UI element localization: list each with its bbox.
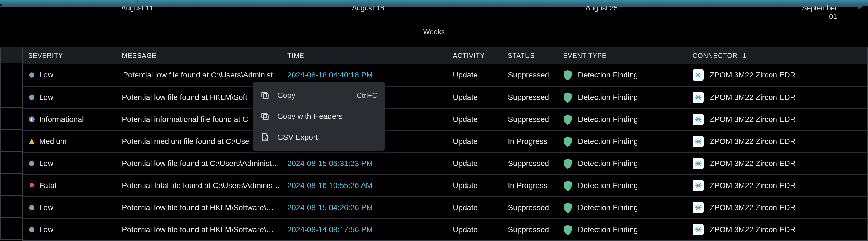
- cell-status[interactable]: In Progress: [508, 181, 563, 190]
- cell-severity[interactable]: iInformational: [23, 115, 122, 124]
- severity-fatal-icon: [28, 182, 35, 189]
- col-header-status[interactable]: Status: [508, 52, 563, 60]
- message-text: Potential low file found at HKLM\Softwar…: [122, 225, 274, 234]
- table-row[interactable]: LowPotential low file found at HKLM\Soft…: [23, 86, 867, 108]
- copy-icon: [260, 91, 270, 100]
- cell-message[interactable]: Potential low file found at HKLM\Softwar…: [122, 203, 287, 212]
- connector-icon: [693, 92, 704, 103]
- table-row[interactable]: LowPotential low file found at C:\Users\…: [23, 64, 867, 86]
- cell-severity[interactable]: Fatal: [23, 181, 122, 190]
- stub-cell[interactable]: [0, 152, 22, 174]
- cell-status[interactable]: Suppressed: [508, 203, 563, 212]
- col-header-severity[interactable]: Severity: [23, 52, 122, 60]
- cell-connector[interactable]: ZPOM 3M22 Zircon EDR: [693, 158, 867, 169]
- cell-activity[interactable]: Update: [453, 137, 508, 146]
- stub-cell[interactable]: [0, 218, 22, 240]
- cell-event-type[interactable]: Detection Finding: [563, 70, 693, 80]
- cell-activity[interactable]: Update: [453, 225, 508, 234]
- connector-icon: [693, 136, 704, 147]
- timeline-axis-label: Weeks: [423, 28, 445, 36]
- connector-label: ZPOM 3M22 Zircon EDR: [710, 225, 796, 234]
- cell-status[interactable]: Suppressed: [508, 115, 563, 124]
- context-menu-item-copy-headers[interactable]: Copy with Headers: [253, 106, 385, 127]
- stub-cell[interactable]: [0, 129, 22, 152]
- cell-message[interactable]: Potential fatal file found at C:\Users\A…: [122, 181, 287, 190]
- cell-event-type[interactable]: Detection Finding: [563, 224, 693, 235]
- cell-status[interactable]: Suppressed: [508, 159, 563, 168]
- svg-point-7: [29, 227, 34, 233]
- severity-label: Medium: [39, 137, 67, 146]
- cell-connector[interactable]: ZPOM 3M22 Zircon EDR: [693, 180, 867, 191]
- svg-marker-4: [29, 139, 35, 144]
- stub-cell[interactable]: [0, 86, 22, 108]
- stub-cell[interactable]: [0, 174, 22, 196]
- cell-event-type[interactable]: Detection Finding: [563, 180, 693, 191]
- cell-connector[interactable]: ZPOM 3M22 Zircon EDR: [693, 202, 867, 213]
- cell-severity[interactable]: Low: [23, 70, 122, 80]
- cell-time[interactable]: 2024-08-15 06:31:23 PM: [287, 159, 453, 168]
- cell-activity[interactable]: Update: [453, 181, 508, 190]
- context-menu-item-copy[interactable]: Copy Ctrl+C: [253, 85, 385, 106]
- col-header-connector[interactable]: Connector: [693, 52, 867, 60]
- cell-activity[interactable]: Update: [453, 115, 508, 124]
- event-type-label: Detection Finding: [578, 159, 638, 168]
- table-row[interactable]: MediumPotential medium file found at C:\…: [23, 130, 867, 152]
- message-text: Potential low file found at HKLM\Softwar…: [122, 203, 274, 212]
- svg-point-6: [29, 205, 34, 210]
- table-row[interactable]: LowPotential low file found at C:\Users\…: [23, 152, 867, 174]
- cell-activity[interactable]: Update: [453, 70, 508, 80]
- cell-status[interactable]: In Progress: [508, 137, 563, 146]
- cell-message[interactable]: Potential low file found at HKLM\Softwar…: [122, 225, 287, 234]
- event-type-label: Detection Finding: [578, 115, 638, 124]
- context-menu-item-csv-export[interactable]: csv CSV Export: [253, 127, 385, 148]
- cell-event-type[interactable]: Detection Finding: [563, 114, 693, 125]
- cell-message[interactable]: Potential low file found at C:\Users\Adm…: [122, 159, 287, 168]
- cell-severity[interactable]: Low: [23, 159, 122, 168]
- cell-time[interactable]: 2024-08-16 10:55:26 AM: [287, 181, 453, 190]
- severity-label: Fatal: [39, 181, 56, 190]
- cell-status[interactable]: Suppressed: [508, 93, 563, 102]
- event-type-label: Detection Finding: [578, 181, 638, 190]
- col-header-time[interactable]: Time: [287, 52, 453, 60]
- severity-low-icon: [28, 71, 35, 79]
- shield-icon: [563, 180, 572, 191]
- stub-cell[interactable]: [0, 63, 22, 86]
- cell-status[interactable]: Suppressed: [508, 225, 563, 234]
- timeline: August 11 August 18 August 25 September …: [0, 0, 868, 47]
- cell-status[interactable]: Suppressed: [508, 70, 563, 80]
- copy-icon: [260, 112, 270, 121]
- cell-connector[interactable]: ZPOM 3M22 Zircon EDR: [693, 136, 867, 147]
- cell-event-type[interactable]: Detection Finding: [563, 202, 693, 213]
- cell-severity[interactable]: Low: [23, 203, 122, 212]
- cell-event-type[interactable]: Detection Finding: [563, 136, 693, 147]
- severity-label: Low: [39, 159, 53, 168]
- cell-severity[interactable]: Low: [23, 93, 122, 102]
- connector-label: ZPOM 3M22 Zircon EDR: [710, 137, 796, 146]
- shield-icon: [563, 70, 572, 80]
- cell-connector[interactable]: ZPOM 3M22 Zircon EDR: [693, 69, 867, 81]
- cell-event-type[interactable]: Detection Finding: [563, 92, 693, 102]
- stub-cell[interactable]: [0, 108, 22, 129]
- table-row[interactable]: FatalPotential fatal file found at C:\Us…: [23, 174, 867, 196]
- cell-activity[interactable]: Update: [453, 159, 508, 168]
- cell-time[interactable]: 2024-08-15 04:26:26 PM: [287, 203, 453, 212]
- cell-severity[interactable]: Medium: [23, 137, 122, 146]
- col-header-event-type[interactable]: Event Type: [563, 52, 693, 60]
- cell-connector[interactable]: ZPOM 3M22 Zircon EDR: [693, 224, 867, 235]
- table-row[interactable]: LowPotential low file found at HKLM\Soft…: [23, 218, 867, 240]
- event-type-label: Detection Finding: [578, 225, 638, 234]
- col-header-message[interactable]: Message: [122, 52, 287, 60]
- cell-severity[interactable]: Low: [23, 225, 122, 234]
- table-row[interactable]: LowPotential low file found at HKLM\Soft…: [23, 196, 867, 218]
- cell-time[interactable]: 2024-08-16 04:40:18 PM: [287, 70, 453, 80]
- cell-connector[interactable]: ZPOM 3M22 Zircon EDR: [693, 92, 867, 103]
- table-row[interactable]: iInformationalPotential informational fi…: [23, 108, 867, 130]
- context-menu: Copy Ctrl+C Copy with Headers csv CSV Ex…: [253, 82, 385, 151]
- stub-cell[interactable]: [0, 196, 22, 218]
- cell-activity[interactable]: Update: [453, 93, 508, 102]
- cell-activity[interactable]: Update: [453, 203, 508, 212]
- cell-time[interactable]: 2024-08-14 08:17:56 PM: [287, 225, 453, 234]
- cell-connector[interactable]: ZPOM 3M22 Zircon EDR: [693, 114, 867, 125]
- cell-event-type[interactable]: Detection Finding: [563, 158, 693, 169]
- col-header-activity[interactable]: Activity: [453, 52, 508, 60]
